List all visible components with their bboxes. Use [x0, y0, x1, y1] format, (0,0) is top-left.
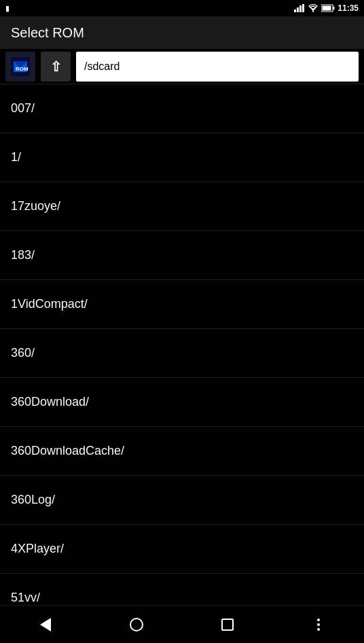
status-bar: ▮ 11:35	[0, 0, 364, 16]
svg-text:ROM: ROM	[16, 66, 29, 72]
file-name: 1/	[11, 150, 21, 164]
file-name: 360DownloadCache/	[11, 444, 124, 458]
status-bar-right: 11:35	[294, 3, 359, 13]
home-button[interactable]	[116, 606, 157, 644]
menu-icon	[317, 619, 320, 631]
svg-rect-6	[333, 7, 335, 10]
back-button[interactable]	[25, 606, 66, 644]
status-bar-left: ▮	[5, 4, 10, 13]
current-path: /sdcard	[84, 60, 120, 73]
list-item[interactable]: 360Download/	[0, 378, 364, 427]
list-item[interactable]: 1VidCompact/	[0, 280, 364, 329]
svg-rect-0	[294, 10, 296, 12]
svg-rect-1	[297, 7, 299, 12]
list-item[interactable]: 360Log/	[0, 476, 364, 525]
file-list: 007/1/17zuoye/183/1VidCompact/360/360Dow…	[0, 84, 364, 605]
list-item[interactable]: 51vv/	[0, 574, 364, 605]
file-name: 007/	[11, 101, 35, 116]
battery-icon	[321, 4, 335, 12]
recents-icon	[221, 619, 234, 631]
wifi-icon	[308, 4, 318, 12]
status-time: 11:35	[338, 3, 359, 13]
up-directory-button[interactable]: ⇧	[41, 52, 71, 82]
file-name: 360Download/	[11, 395, 89, 409]
file-name: 183/	[11, 248, 35, 262]
list-item[interactable]: 007/	[0, 84, 364, 133]
bottom-nav	[0, 605, 364, 643]
list-item[interactable]: 360DownloadCache/	[0, 427, 364, 476]
path-display: /sdcard	[76, 52, 359, 82]
file-name: 51vv/	[11, 591, 40, 605]
file-name: 360/	[11, 346, 35, 360]
menu-button[interactable]	[298, 606, 339, 644]
svg-rect-2	[299, 5, 302, 12]
app-bar: Select ROM	[0, 16, 364, 49]
list-item[interactable]: 183/	[0, 231, 364, 280]
list-item[interactable]: 1/	[0, 133, 364, 182]
home-icon	[130, 618, 143, 631]
nav-row: ROM ⇧ /sdcard	[0, 49, 364, 84]
list-item[interactable]: 17zuoye/	[0, 182, 364, 231]
file-name: 360Log/	[11, 493, 55, 507]
svg-rect-7	[323, 6, 331, 11]
svg-rect-3	[302, 4, 304, 12]
rom-logo-icon: ROM	[11, 57, 30, 76]
up-arrow-icon: ⇧	[50, 60, 62, 73]
page-title: Select ROM	[11, 25, 84, 41]
svg-point-4	[312, 10, 314, 12]
list-item[interactable]: 4XPlayer/	[0, 525, 364, 574]
file-name: 1VidCompact/	[11, 297, 88, 311]
signal-icon	[294, 4, 305, 12]
list-item[interactable]: 360/	[0, 329, 364, 378]
notification-icon: ▮	[5, 4, 10, 13]
back-icon	[40, 618, 51, 631]
file-name: 4XPlayer/	[11, 542, 64, 556]
recents-button[interactable]	[207, 606, 248, 644]
file-name: 17zuoye/	[11, 199, 60, 213]
logo-button[interactable]: ROM	[5, 52, 35, 82]
